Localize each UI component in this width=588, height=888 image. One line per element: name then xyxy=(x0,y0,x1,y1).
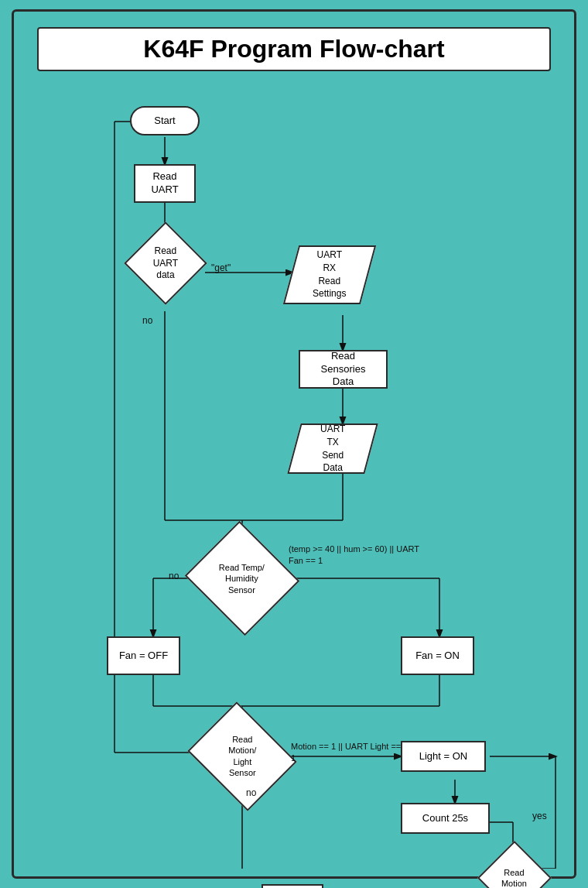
no3-label: no xyxy=(246,787,256,798)
uart-tx-node: UART TX Send Data xyxy=(287,423,378,474)
get-label: "get" xyxy=(211,262,231,273)
flowchart: Start Read UART Read UART data UART RX R… xyxy=(22,79,566,869)
read-motion2-node: Read Motion xyxy=(477,841,552,888)
fan-off-node: Fan = OFF xyxy=(107,636,180,675)
read-sensories-node: Read Sensories Data xyxy=(299,350,388,389)
start-node: Start xyxy=(130,106,200,135)
uart-rx-node: UART RX Read Settings xyxy=(283,245,376,304)
read-motion-node: Read Motion/ Light Sensor xyxy=(187,701,296,811)
chart-container: K64F Program Flow-chart xyxy=(12,9,576,879)
read-uart-node: Read UART xyxy=(134,164,196,203)
count-25s-node: Count 25s xyxy=(401,803,490,834)
fan-on-node: Fan = ON xyxy=(401,636,474,675)
motion-cond-label: Motion == 1 || UART Light == 1 xyxy=(291,741,403,765)
light-on-node: Light = ON xyxy=(401,741,486,772)
read-temp-node: Read Temp/ Humidity Sensor xyxy=(185,521,299,636)
temp-cond-label: (temp >= 40 || hum >= 60) || UART Fan ==… xyxy=(289,543,428,567)
read-uart-data-node: Read UART data xyxy=(124,221,207,304)
no2-label: no xyxy=(169,571,179,581)
no1-label: no xyxy=(142,315,152,326)
yes-label: yes xyxy=(532,811,547,821)
light-off-node: Light = OFF xyxy=(262,884,323,888)
chart-title: K64F Program Flow-chart xyxy=(37,27,551,71)
